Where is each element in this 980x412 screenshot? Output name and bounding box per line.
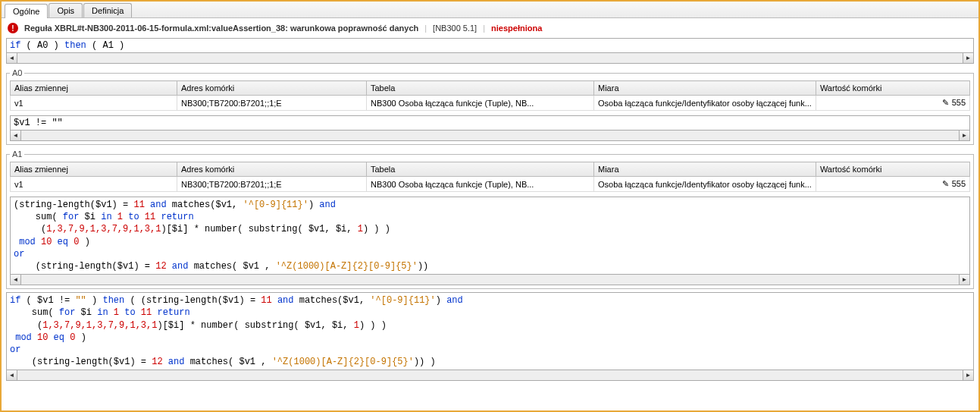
- scroll-right-icon[interactable]: ►: [959, 131, 969, 140]
- rule-window: Ogólne Opis Definicja ! Reguła XBRL#t-NB…: [0, 0, 980, 412]
- rule-title: Reguła XBRL#t-NB300-2011-06-15-formula.x…: [24, 24, 418, 33]
- col-alias[interactable]: Alias zmiennej: [11, 81, 177, 96]
- cell-wartosc: ✎555: [816, 96, 969, 111]
- col-wartosc[interactable]: Wartość komórki: [816, 162, 969, 177]
- content-area: if ( A0 ) then ( A1 ) ◄ ► A0 Alias zmien…: [2, 38, 978, 410]
- cell-addr: NB300;TB7200:B7201;;1;E: [177, 177, 367, 192]
- group-legend: A1: [10, 149, 24, 159]
- cell-alias: v1: [11, 96, 177, 111]
- cell-miara: Osoba łącząca funkcje/Identyfikator osob…: [594, 177, 816, 192]
- group-legend: A0: [10, 68, 24, 77]
- tab-definicja[interactable]: Definicja: [83, 3, 132, 17]
- scroll-left-icon[interactable]: ◄: [11, 131, 21, 140]
- pencil-icon[interactable]: ✎: [942, 179, 949, 189]
- bottom-expression[interactable]: if ( $v1 != "" ) then ( (string-length($…: [6, 292, 974, 370]
- top-expression[interactable]: if ( A0 ) then ( A1 ): [6, 38, 974, 53]
- a0-table: Alias zmiennej Adres komórki Tabela Miar…: [10, 80, 970, 111]
- col-wartosc[interactable]: Wartość komórki: [816, 81, 969, 96]
- tab-opis[interactable]: Opis: [49, 3, 83, 17]
- table-row[interactable]: v1 NB300;TB7200:B7201;;1;E NB300 Osoba ł…: [11, 96, 970, 111]
- rule-code: [NB300 5.1]: [433, 24, 477, 33]
- scrollbar-horizontal[interactable]: ◄ ►: [10, 131, 970, 141]
- scroll-track[interactable]: [21, 131, 959, 140]
- col-miara[interactable]: Miara: [594, 81, 816, 96]
- tab-ogolne[interactable]: Ogólne: [5, 4, 48, 18]
- bottom-expression-block: if ( $v1 != "" ) then ( (string-length($…: [6, 292, 974, 381]
- pencil-icon[interactable]: ✎: [942, 98, 949, 108]
- scroll-right-icon[interactable]: ►: [959, 275, 969, 285]
- cell-alias: v1: [11, 177, 177, 192]
- cell-tabela: NB300 Osoba łącząca funkcje (Tuple), NB.…: [367, 177, 594, 192]
- cell-wartosc: ✎555: [816, 177, 969, 192]
- scroll-right-icon[interactable]: ►: [963, 370, 973, 380]
- scroll-track[interactable]: [21, 275, 959, 285]
- col-adres[interactable]: Adres komórki: [177, 81, 367, 96]
- scroll-left-icon[interactable]: ◄: [7, 370, 17, 380]
- scroll-left-icon[interactable]: ◄: [7, 53, 17, 63]
- a1-table: Alias zmiennej Adres komórki Tabela Miar…: [10, 162, 970, 192]
- scrollbar-horizontal[interactable]: ◄ ►: [6, 53, 974, 64]
- a0-expression[interactable]: $v1 != "": [10, 115, 970, 131]
- col-tabela[interactable]: Tabela: [367, 162, 594, 177]
- cell-miara: Osoba łącząca funkcje/Identyfikator osob…: [594, 96, 816, 111]
- table-row[interactable]: v1 NB300;TB7200:B7201;;1;E NB300 Osoba ł…: [11, 177, 970, 192]
- col-adres[interactable]: Adres komórki: [177, 162, 367, 177]
- separator: |: [424, 24, 427, 33]
- a1-expression[interactable]: (string-length($v1) = 11 and matches($v1…: [10, 197, 970, 275]
- top-expression-block: if ( A0 ) then ( A1 ) ◄ ►: [6, 38, 974, 64]
- scrollbar-horizontal[interactable]: ◄ ►: [10, 275, 970, 285]
- col-alias[interactable]: Alias zmiennej: [11, 162, 177, 177]
- rule-header: ! Reguła XBRL#t-NB300-2011-06-15-formula…: [2, 18, 978, 38]
- col-miara[interactable]: Miara: [594, 162, 816, 177]
- tab-strip: Ogólne Opis Definicja: [2, 2, 978, 18]
- group-a0: A0 Alias zmiennej Adres komórki Tabela M…: [6, 68, 974, 145]
- error-icon: !: [8, 23, 18, 33]
- group-a1: A1 Alias zmiennej Adres komórki Tabela M…: [6, 149, 974, 289]
- separator: |: [483, 24, 485, 33]
- scroll-left-icon[interactable]: ◄: [11, 275, 21, 285]
- cell-addr: NB300;TB7200:B7201;;1;E: [177, 96, 367, 111]
- col-tabela[interactable]: Tabela: [367, 81, 594, 96]
- scroll-track[interactable]: [17, 53, 963, 63]
- status-badge: niespełniona: [491, 24, 542, 33]
- scroll-track[interactable]: [17, 370, 963, 380]
- cell-tabela: NB300 Osoba łącząca funkcje (Tuple), NB.…: [367, 96, 594, 111]
- scrollbar-horizontal[interactable]: ◄ ►: [6, 370, 974, 381]
- scroll-right-icon[interactable]: ►: [963, 53, 973, 63]
